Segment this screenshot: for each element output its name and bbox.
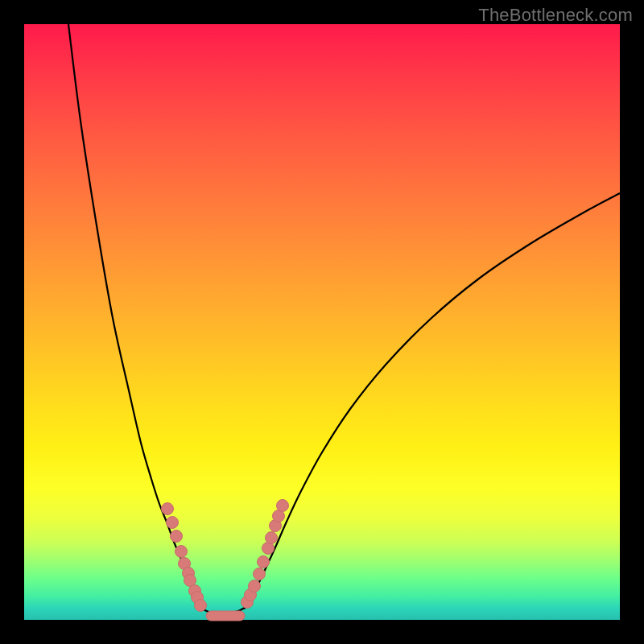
- marker-dot: [162, 503, 174, 515]
- marker-dot: [175, 546, 188, 558]
- marker-dot: [277, 500, 289, 512]
- bottleneck-curve: [68, 24, 620, 613]
- marker-dot: [167, 517, 179, 529]
- watermark-text: TheBottleneck.com: [478, 5, 633, 26]
- dots-left-group: [162, 503, 207, 612]
- marker-dot: [195, 600, 207, 612]
- chart-frame: TheBottleneck.com: [0, 0, 644, 644]
- dots-right-group: [242, 500, 289, 609]
- curve-svg: [24, 24, 620, 620]
- marker-dot: [258, 556, 270, 568]
- marker-dot: [254, 568, 266, 580]
- plot-gradient-area: [24, 24, 620, 620]
- marker-dot: [249, 580, 261, 592]
- bottom-pill: [206, 611, 245, 621]
- marker-dot: [266, 532, 278, 544]
- marker-dot: [171, 530, 183, 543]
